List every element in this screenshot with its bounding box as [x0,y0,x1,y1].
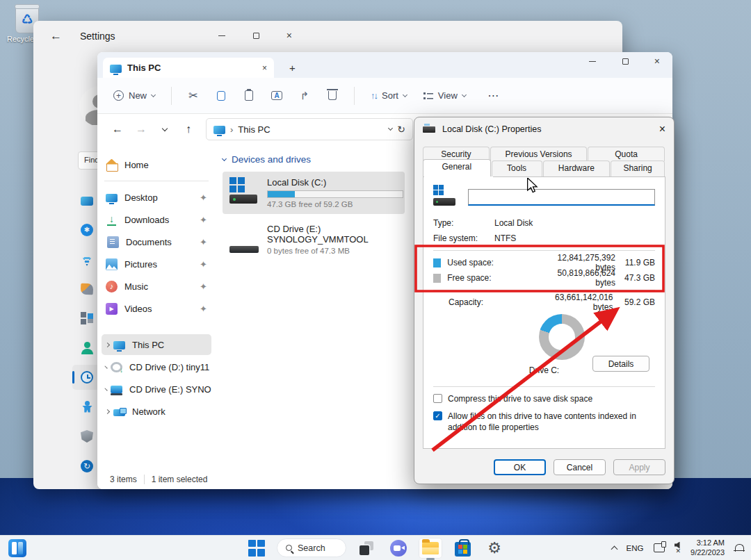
clock-icon [81,371,93,384]
type-label: Type: [433,218,494,228]
tab-quota[interactable]: Quota [588,147,665,161]
cd-drive-icon [229,224,259,254]
plus-icon: + [113,90,124,101]
taskbar-clock[interactable]: 3:12 AM 9/22/2023 [691,538,725,558]
maximize-button[interactable] [252,31,261,40]
free-space-row: Free space: 50,819,866,624 bytes 47.3 GB [433,270,655,286]
nav-forward-button[interactable]: → [131,119,152,140]
pin-icon: ✦ [200,237,207,247]
share-button[interactable]: ↱ [293,85,316,106]
store-button[interactable] [451,538,474,559]
nav-item-videos[interactable]: Videos✦ [102,298,211,319]
nav-up-button[interactable]: ↑ [178,119,199,140]
new-tab-button[interactable]: + [289,62,296,74]
nav-item-desktop[interactable]: Desktop✦ [102,187,211,208]
selection-count: 1 item selected [152,475,208,484]
paste-button[interactable] [237,85,261,106]
pin-icon: ✦ [200,304,207,314]
compress-checkbox-row[interactable]: Compress this drive to save disk space [433,393,655,404]
nav-back-button[interactable]: ← [107,119,128,140]
minimize-button[interactable] [217,31,227,40]
chat-button[interactable] [387,538,410,559]
chevron-right-icon[interactable] [104,388,107,390]
nav-history-button[interactable] [154,119,175,140]
cut-button[interactable]: ✂ [181,85,205,106]
start-button[interactable] [245,538,268,559]
local-disk-icon [229,177,259,205]
cd-drive-e-tile[interactable]: CD Drive (E:) SYNOLOGY_VMMTOOL 0 bytes f… [223,218,405,261]
close-button[interactable]: × [286,31,292,40]
explorer-close-button[interactable]: × [654,56,660,66]
trash-icon [328,91,337,100]
home-icon [106,159,118,171]
task-view-button[interactable] [355,538,378,559]
settings-button[interactable]: ⚙ [483,538,506,559]
sort-icon: ↑↓ [371,90,377,101]
explorer-minimize-button[interactable] [588,56,597,66]
details-button[interactable]: Details [592,356,649,372]
index-checkbox[interactable]: ✓ [433,411,442,420]
file-explorer-button[interactable] [419,538,442,559]
tray-time: 3:12 AM [691,538,725,548]
sort-button[interactable]: ↑↓ Sort [364,86,413,105]
chat-icon [390,540,407,557]
ok-button[interactable]: OK [494,459,546,475]
nav-item-pictures[interactable]: Pictures✦ [102,254,211,274]
chevron-right-icon[interactable] [104,365,107,368]
nav-item-this-pc[interactable]: This PC [102,334,211,355]
breadcrumb[interactable]: This PC [238,124,384,135]
dialog-title-bar: Local Disk (C:) Properties × [414,117,674,141]
widgets-button[interactable] [6,538,29,559]
nav-item-network[interactable]: Network [102,401,211,422]
desktop: ♺ Recycle Bin ← Settings × Find a se Sys… [0,0,751,560]
copy-button[interactable] [209,85,233,106]
dialog-close-button[interactable]: × [659,123,665,135]
rename-button[interactable]: A [265,85,289,106]
explorer-maximize-button[interactable] [621,56,631,66]
more-options-button[interactable]: ⋯ [482,85,506,106]
new-button[interactable]: + New [107,86,161,105]
volume-label-input[interactable] [468,189,655,206]
language-indicator[interactable]: ENG [627,544,644,552]
nav-item-downloads[interactable]: Downloads✦ [102,209,211,230]
notifications-bell-icon[interactable] [734,543,744,553]
taskbar-search[interactable]: Search [277,538,346,557]
nav-item-documents[interactable]: Documents✦ [102,231,211,252]
tab-sharing[interactable]: Sharing [611,160,665,176]
nav-item-cd-drive-d[interactable]: CD Drive (D:) tiny11 [102,356,211,377]
hidden-icons-chevron[interactable] [611,546,617,553]
back-icon[interactable]: ← [50,29,62,43]
delete-button[interactable] [321,85,344,106]
view-button[interactable]: View [417,86,472,105]
drive-icon [111,386,122,393]
drive-c-name: Local Disk (C:) [267,177,403,188]
tab-close-icon[interactable]: × [262,64,267,72]
nav-item-music[interactable]: Music✦ [102,276,211,297]
this-pc-icon [213,126,225,134]
chevron-right-icon[interactable] [105,342,110,347]
tab-this-pc[interactable]: This PC × [103,58,274,78]
volume-muted-icon[interactable]: ✕ [675,542,681,554]
tab-hardware[interactable]: Hardware [543,160,611,176]
refresh-icon[interactable]: ↻ [397,124,405,135]
windows-logo-icon [248,540,265,557]
pin-icon: ✦ [200,215,207,225]
explorer-nav-pane: Home Desktop✦ Downloads✦ Documents✦ Pict… [97,145,216,454]
apply-button[interactable]: Apply [613,459,665,475]
nav-item-cd-drive-e[interactable]: CD Drive (E:) SYNO [102,379,211,400]
address-box[interactable]: › This PC ↻ [206,118,413,140]
cancel-button[interactable]: Cancel [554,459,606,475]
network-tray-icon[interactable] [654,543,665,552]
chevron-down-icon[interactable] [388,126,393,131]
tab-general[interactable]: General [423,159,491,176]
nav-item-home[interactable]: Home [102,154,211,175]
tab-previous-versions[interactable]: Previous Versions [490,147,587,161]
drive-c-tile[interactable]: Local Disk (C:) 47.3 GB free of 59.2 GB [223,172,405,214]
chevron-right-icon[interactable] [105,409,110,413]
accessibility-icon [81,401,93,413]
shield-icon [81,430,93,443]
tab-tools[interactable]: Tools [492,160,542,176]
tray-date: 9/22/2023 [691,548,725,558]
index-checkbox-row[interactable]: ✓ Allow files on this drive to have cont… [433,411,655,433]
compress-checkbox[interactable] [433,394,442,403]
